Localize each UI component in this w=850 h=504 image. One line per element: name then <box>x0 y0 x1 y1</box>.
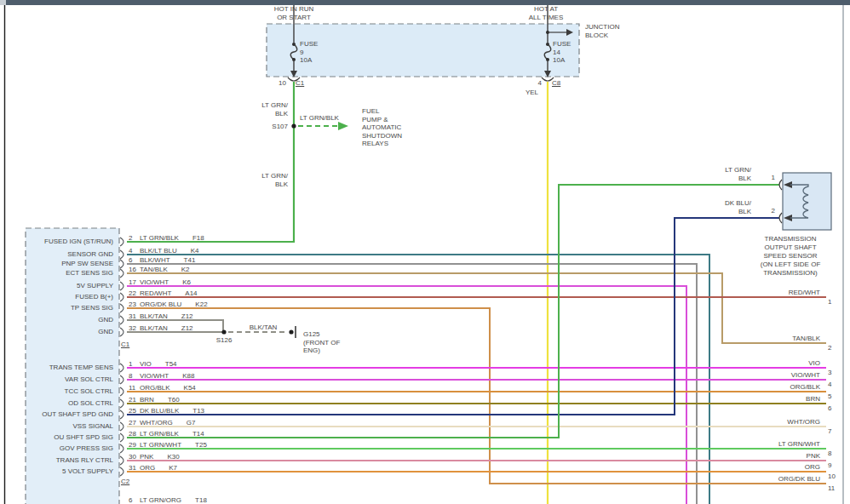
wire-color: VIO <box>140 360 152 368</box>
pin-number: 16 <box>129 266 140 273</box>
wire-color: LT GRN/ORG <box>140 496 181 504</box>
g125-ground-label: G125 (FRONT OF ENG) <box>303 330 340 355</box>
pcm-function-label: OU SHFT SPD SIG <box>26 433 113 441</box>
wire-row-label: 25DK BLU/BLKT13 <box>129 407 204 415</box>
right-wire-label: PNK <box>724 452 820 461</box>
speed-sensor-box <box>783 173 831 230</box>
pin-number: 21 <box>129 396 140 404</box>
right-wire-label: TAN/BLK <box>724 335 820 343</box>
right-wire-label: LT GRN/WHT <box>724 440 820 449</box>
pin-number: 31 <box>129 312 140 320</box>
right-wire-label: ORG <box>724 463 820 472</box>
wire-color: DK BLU/BLK <box>140 407 179 415</box>
pin-number: 11 <box>129 384 140 392</box>
pin-number: 6 <box>129 256 140 264</box>
circuit-code: T14 <box>192 430 204 438</box>
wire-row-label: 22RED/WHTA14 <box>129 289 198 298</box>
circuit-code: Z12 <box>181 324 193 332</box>
fuse9-connector-id: C1 <box>296 79 304 88</box>
right-pin-number: 9 <box>828 461 840 470</box>
right-wire-label: WHT/ORG <box>724 418 820 427</box>
pcm-function-label: SENSOR GND <box>26 250 113 258</box>
frame-top-corner <box>0 0 6 5</box>
wire-org-dk-blu-k22 <box>127 308 826 484</box>
wire-color: VIO/WHT <box>140 278 169 286</box>
wire-row-label: 29LT GRN/WHTT25 <box>129 441 207 450</box>
wire-color: BLK/WHT <box>140 256 170 264</box>
pcm-function-label: VSS SIGNAL <box>26 422 113 430</box>
pcm-function-label: GND <box>26 328 113 335</box>
pcm-function-label: VAR SOL CTRL <box>26 375 113 383</box>
circuit-code: K54 <box>184 384 196 392</box>
junction-block-label: JUNCTION BLOCK <box>585 23 619 40</box>
pin-number: 29 <box>129 441 140 449</box>
right-wire-label: VIO/WHT <box>724 371 820 380</box>
circuit-code: K7 <box>169 464 177 472</box>
pin-number: 17 <box>129 278 140 286</box>
pcm-function-label: FUSED IGN (ST/RUN) <box>26 238 113 245</box>
right-wire-label: BRN <box>724 395 820 404</box>
fuse9-label: FUSE 9 10A <box>300 40 318 65</box>
wire-row-label: 23ORG/DK BLUK22 <box>129 301 208 309</box>
hot-in-run-label: HOT IN RUN OR START <box>251 5 336 21</box>
wire-row-label: 8VIO/WHTK88 <box>129 372 194 381</box>
circuit-code: K88 <box>182 372 194 380</box>
s107-wire-label-above: LT GRN/ BLK <box>243 101 288 117</box>
wire-color: LT GRN/WHT <box>140 441 181 449</box>
right-pin-number: 8 <box>828 450 840 458</box>
pin-number: 1 <box>129 360 140 368</box>
right-pin-number: 5 <box>828 392 840 401</box>
right-wire-label: ORG/DK BLU <box>724 475 820 484</box>
wire-row-label: 28LT GRN/BLKT14 <box>129 430 204 438</box>
pcm-function-label: FUSED B(+) <box>26 293 113 301</box>
wire-color: BLK/LT BLU <box>140 247 177 255</box>
pin-number: 4 <box>129 247 140 255</box>
right-pin-number: 11 <box>828 484 840 493</box>
sensor-pin2-number: 2 <box>767 207 775 215</box>
right-pin-number: 6 <box>828 404 840 413</box>
splice-s126-dot <box>221 329 226 334</box>
circuit-code: K30 <box>167 453 179 461</box>
yel-wire-label: YEL <box>509 89 538 97</box>
pcm-function-label: GND <box>26 316 113 324</box>
right-wire-label: VIO <box>724 359 820 368</box>
wire-color: ORG/DK BLU <box>140 301 181 308</box>
pcm-function-label: TCC SOL CTRL <box>26 387 113 395</box>
wire-color: ORG/BLK <box>140 384 170 392</box>
pin-number: 32 <box>129 324 140 332</box>
s126-label: S126 <box>210 336 238 345</box>
circuit-code: K2 <box>181 266 190 273</box>
fuse14-connector-id: C8 <box>552 79 560 88</box>
right-pin-number: 1 <box>828 298 840 306</box>
circuit-code: F18 <box>192 234 204 242</box>
wire-row-label: 4BLK/LT BLUK4 <box>129 247 199 255</box>
wire-row-label: 11ORG/BLKK54 <box>129 384 196 392</box>
splice-s107-dot <box>291 123 296 128</box>
wire-color: WHT/ORG <box>140 419 173 427</box>
sensor-pin-brackets <box>779 180 782 223</box>
fuse14-pin-number: 4 <box>528 79 542 88</box>
pin-number: 22 <box>129 289 140 297</box>
right-wire-label: RED/WHT <box>724 289 820 297</box>
pcm-function-label: OD SOL CTRL <box>26 399 113 407</box>
wire-color: VIO/WHT <box>140 372 169 380</box>
wire-row-label: 6LT GRN/ORGT18 <box>129 496 207 504</box>
wire-row-label: 31ORGK7 <box>129 464 177 472</box>
right-pin-number: 7 <box>828 427 840 436</box>
fuse9-pin-number: 10 <box>271 79 286 88</box>
circuit-code: A14 <box>185 289 197 297</box>
pin-number: 28 <box>129 430 140 438</box>
fuse14-label: FUSE 14 10A <box>553 40 571 65</box>
wire-color: BLK/TAN <box>140 324 168 332</box>
wire-row-label: 16TAN/BLKK2 <box>129 266 190 274</box>
pcm-function-label: TRANS TEMP SENS <box>26 364 113 371</box>
pin-number: 30 <box>129 453 140 461</box>
sensor-pin1-number: 1 <box>767 174 775 182</box>
wire-color: LT GRN/BLK <box>140 430 179 438</box>
s107-label: S107 <box>256 123 288 131</box>
circuit-code: T25 <box>195 441 207 449</box>
s107-branch-wire-label: LT GRN/BLK <box>300 114 339 123</box>
wire-color: BRN <box>140 396 154 404</box>
pin-number: 6 <box>129 496 140 504</box>
wire-row-label: 2LT GRN/BLKF18 <box>129 234 204 243</box>
